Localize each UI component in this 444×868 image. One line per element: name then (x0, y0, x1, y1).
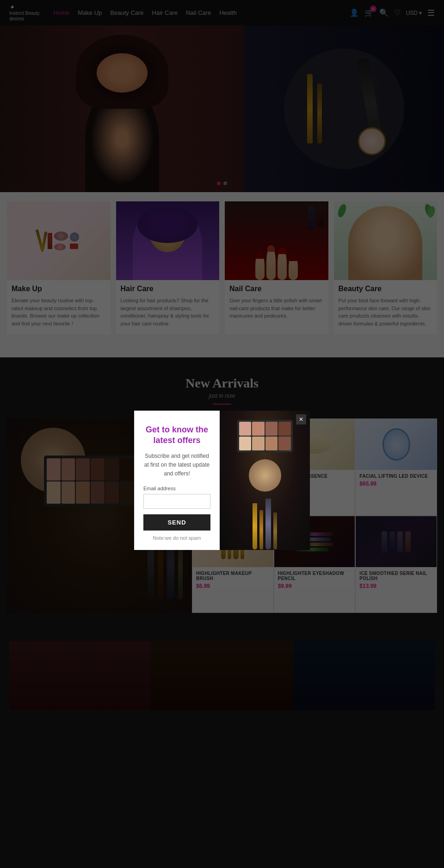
popup-brush-3 (265, 499, 271, 550)
popup-email-label: Email address (143, 486, 210, 491)
popup-image-inner (220, 411, 310, 550)
popup-powder-icon (249, 459, 281, 492)
popup: ✕ Get to know the latest offers Subscrib… (134, 411, 310, 550)
popup-image (220, 411, 310, 550)
popup-overlay: ✕ Get to know the latest offers Subscrib… (0, 0, 444, 868)
popup-content: Get to know the latest offers Subscribe … (134, 411, 220, 550)
popup-palette-icon (237, 420, 293, 452)
popup-email-input[interactable] (143, 494, 210, 509)
popup-brush-4 (273, 512, 277, 550)
popup-brush-2 (259, 510, 263, 550)
popup-brush-1 (253, 503, 257, 550)
popup-close-button[interactable]: ✕ (296, 414, 306, 425)
popup-send-button[interactable]: SEND (143, 514, 210, 531)
popup-desc: Subscribe and get notified at first on t… (143, 452, 210, 479)
popup-note: Note:we do not spam (143, 535, 210, 541)
popup-brushes-icon (253, 499, 277, 550)
popup-title: Get to know the latest offers (143, 425, 210, 446)
